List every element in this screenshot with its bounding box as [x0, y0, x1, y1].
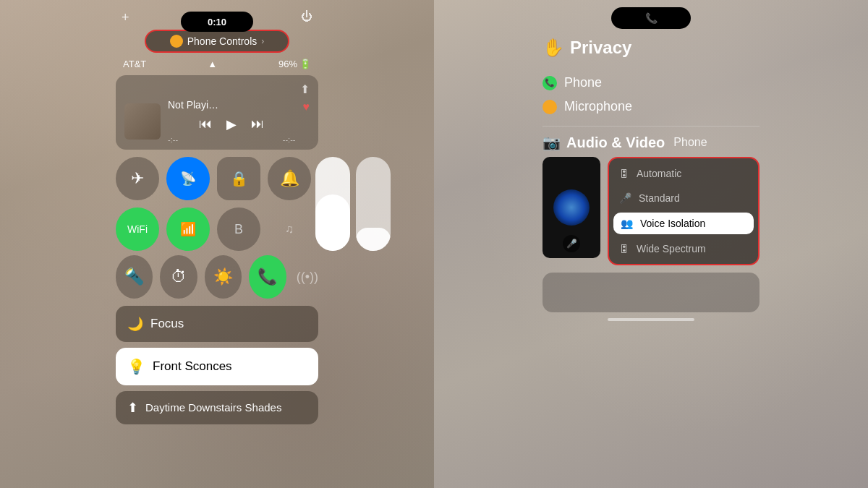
controls-arrow: ›: [261, 36, 264, 46]
wide-spectrum-option[interactable]: 🎛 Wide Spectrum: [609, 236, 758, 261]
playback-controls[interactable]: ⏮ ▶ ⏭: [168, 116, 296, 132]
dynamic-island-right: 📞: [611, 7, 691, 29]
standard-label: Standard: [639, 192, 680, 204]
wide-spectrum-label: Wide Spectrum: [637, 243, 706, 254]
video-glow: [553, 189, 590, 226]
music-note-icon: ♫: [268, 207, 311, 251]
voice-isolation-option[interactable]: 👥 Voice Isolation: [613, 213, 754, 234]
automatic-icon: 🎛: [619, 168, 629, 179]
video-thumbnail-wrapper: 🎤: [542, 157, 600, 258]
audio-options-panel: 🎛 Automatic 🎤 Standard 👥 Voice Isolation…: [608, 157, 760, 265]
phone-button[interactable]: 📞: [249, 255, 286, 299]
mic-overlay-icon: 🎤: [563, 235, 580, 252]
progress-bar: -:-- --:--: [168, 135, 296, 144]
sconces-label: Front Sconces: [153, 359, 232, 374]
standard-icon: 🎤: [619, 192, 631, 204]
privacy-title-text: Privacy: [570, 38, 631, 58]
album-art: [124, 103, 161, 140]
focus-button[interactable]: 🌙 Focus: [116, 306, 318, 342]
top-corner-row: + 0:10 ⏻: [116, 10, 318, 25]
phone-label: Phone: [564, 75, 602, 90]
automatic-option[interactable]: 🎛 Automatic: [609, 161, 758, 186]
battery-display: 96% 🔋: [278, 59, 311, 69]
orange-dot-mic: [542, 100, 557, 114]
now-playing-widget[interactable]: ⬆ Not Playi… ⏮ ▶ ⏭ -:-- --:-- ♥: [116, 75, 318, 150]
fastforward-icon[interactable]: ⏭: [251, 116, 264, 132]
daytime-shades-button[interactable]: ⬆ Daytime Downstairs Shades: [116, 391, 318, 424]
volume-slider[interactable]: [356, 157, 391, 251]
front-sconces-button[interactable]: 💡 Front Sconces: [116, 348, 318, 385]
privacy-mic-item: Microphone: [542, 95, 760, 119]
plus-icon[interactable]: +: [122, 10, 129, 25]
cellular-button[interactable]: 📶: [166, 207, 210, 251]
sliders-area: B: [217, 207, 260, 251]
brightness-button[interactable]: ☀️: [205, 255, 242, 299]
airplane-mode-button[interactable]: ✈: [116, 157, 159, 200]
mute-button[interactable]: 🔔: [268, 157, 311, 200]
airdrop-button[interactable]: 📡: [166, 157, 210, 200]
time-end: --:--: [283, 135, 296, 144]
time-start: -:--: [168, 135, 178, 144]
privacy-phone-item: 📞 Phone: [542, 71, 760, 95]
power-icon: ⏻: [301, 10, 312, 25]
right-phone: 📞 ✋ Privacy 📞 Phone Microphone 📷 Audio &…: [434, 0, 868, 488]
screen-lock-button[interactable]: 🔒: [217, 157, 260, 200]
accessibility-icon: ((•)): [297, 270, 318, 285]
privacy-title: ✋ Privacy: [542, 38, 760, 58]
slider-controls: [315, 157, 391, 251]
microphone-label: Microphone: [564, 99, 632, 114]
voice-isolation-icon: 👥: [621, 218, 633, 229]
av-title-text: Audio & Video: [566, 134, 665, 151]
moon-icon: 🌙: [127, 316, 143, 332]
battery-icon: 🔋: [299, 59, 311, 69]
bluetooth-button[interactable]: B: [217, 207, 260, 251]
timer-button[interactable]: ⏱: [160, 255, 197, 299]
av-subtitle-text: Phone: [673, 136, 707, 149]
track-name: Not Playi…: [168, 99, 296, 111]
wide-spectrum-icon: 🎛: [619, 243, 629, 254]
focus-label: Focus: [150, 317, 184, 331]
shade-icon: ⬆: [127, 400, 138, 416]
heart-icon[interactable]: ♥: [303, 100, 310, 114]
time-display: 0:10: [208, 17, 226, 27]
wifi-icon-status: ▲: [208, 59, 217, 69]
voice-isolation-label: Voice Isolation: [640, 218, 705, 229]
automatic-label: Automatic: [637, 168, 681, 179]
orange-dot: [170, 35, 183, 48]
hand-icon: ✋: [542, 38, 564, 58]
camera-icon: 📷: [542, 134, 561, 151]
av-content: 🎤 🎛 Automatic 🎤 Standard 👥 Voice Isolati…: [542, 157, 760, 265]
left-phone: + 0:10 ⏻ Phone Controls › AT&T ▲ 96% 🔋 ⬆: [0, 0, 434, 488]
audio-video-title: 📷 Audio & Video Phone: [542, 134, 760, 151]
divider-1: [542, 126, 760, 127]
controls-label: Phone Controls: [187, 35, 258, 47]
airplay-icon[interactable]: ⬆: [300, 82, 310, 96]
brightness-slider[interactable]: [315, 157, 350, 251]
home-indicator: [608, 318, 694, 321]
wifi-button[interactable]: WiFi: [116, 207, 159, 251]
phone-controls-banner[interactable]: Phone Controls ›: [145, 30, 289, 53]
carrier-row: AT&T ▲ 96% 🔋: [116, 57, 318, 71]
battery-percent: 96%: [278, 59, 297, 69]
rewind-icon[interactable]: ⏮: [199, 116, 212, 132]
play-icon[interactable]: ▶: [226, 116, 237, 132]
bulb-icon: 💡: [127, 358, 145, 375]
standard-option[interactable]: 🎤 Standard: [609, 186, 758, 210]
green-dot: 📞: [542, 76, 557, 90]
grey-placeholder: [542, 273, 760, 312]
daytime-label: Daytime Downstairs Shades: [145, 401, 281, 415]
row2-controls: 🔦 ⏱ ☀️ 📞 ((•)): [116, 255, 318, 299]
phone-call-icon: 📞: [645, 12, 658, 24]
dynamic-island-left: 0:10: [181, 12, 253, 32]
flashlight-button[interactable]: 🔦: [116, 255, 153, 299]
carrier-name: AT&T: [123, 59, 146, 69]
